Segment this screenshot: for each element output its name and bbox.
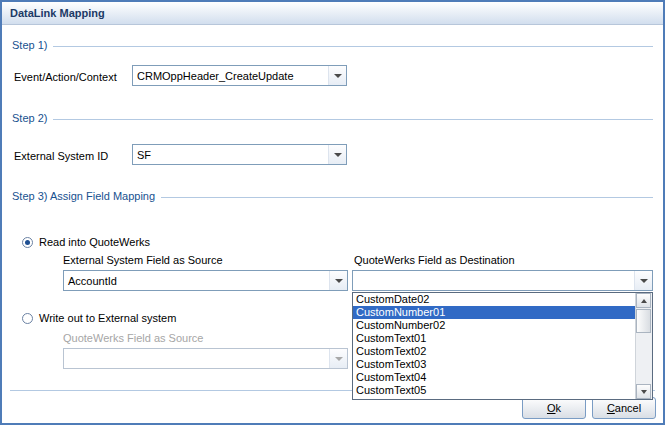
radio-label: Write out to External system — [39, 312, 176, 324]
read-into-quotewerks-radio[interactable]: Read into QuoteWerks — [22, 236, 150, 248]
scroll-down-button[interactable] — [636, 384, 651, 399]
cancel-label: ancel — [615, 402, 641, 414]
scroll-up-button[interactable] — [636, 293, 651, 308]
dropdown-option[interactable]: CustomNumber02 — [353, 319, 636, 332]
dropdown-option[interactable]: CustomDate02 — [353, 293, 636, 306]
chevron-down-icon[interactable] — [329, 271, 347, 290]
ok-accelerator: O — [547, 402, 556, 414]
ok-button[interactable]: Ok — [522, 397, 586, 419]
external-system-id-label: External System ID — [14, 150, 108, 162]
combo-value: CRMOppHeader_CreateUpdate — [133, 70, 328, 82]
datalink-mapping-dialog: DataLink Mapping Step 1) Event/Action/Co… — [0, 0, 665, 425]
step3-label: Step 3) Assign Field Mapping — [12, 190, 155, 202]
external-system-id-select[interactable]: SF — [132, 144, 347, 165]
step2-label: Step 2) — [12, 112, 47, 124]
dropdown-option[interactable]: CustomText03 — [353, 358, 636, 371]
up-arrow-icon — [641, 299, 647, 303]
write-source-label: QuoteWerks Field as Source — [63, 332, 203, 344]
separator-line — [53, 46, 653, 47]
radio-label: Read into QuoteWerks — [39, 236, 150, 248]
write-source-select — [63, 348, 348, 369]
event-action-context-label: Event/Action/Context — [14, 71, 117, 83]
dropdown-option[interactable]: CustomText02 — [353, 345, 636, 358]
ok-label: k — [556, 402, 562, 414]
radio-selected-icon — [22, 237, 33, 248]
external-source-select[interactable]: AccountId — [63, 270, 348, 291]
destination-dropdown-list: CustomDate02 CustomNumber01 CustomNumber… — [352, 292, 653, 400]
cancel-button[interactable]: Cancel — [592, 397, 656, 419]
combo-value: AccountId — [64, 275, 329, 287]
step3-header: Step 3) Assign Field Mapping — [12, 190, 653, 202]
scroll-thumb[interactable] — [636, 309, 651, 333]
down-arrow-icon — [641, 390, 647, 394]
dropdown-option-selected[interactable]: CustomNumber01 — [353, 306, 636, 319]
dropdown-option[interactable]: CustomText01 — [353, 332, 636, 345]
dropdown-option[interactable]: CustomText04 — [353, 371, 636, 384]
combo-value: SF — [133, 149, 328, 161]
external-source-field-label: External System Field as Source — [63, 254, 223, 266]
chevron-down-icon[interactable] — [328, 145, 346, 164]
chevron-down-icon[interactable] — [328, 66, 346, 85]
step1-header: Step 1) — [12, 39, 653, 51]
step2-header: Step 2) — [12, 112, 653, 124]
quotewerks-destination-label: QuoteWerks Field as Destination — [354, 254, 515, 266]
cancel-accelerator: C — [607, 402, 615, 414]
dialog-title: DataLink Mapping — [10, 7, 105, 19]
write-out-radio[interactable]: Write out to External system — [22, 312, 176, 324]
chevron-down-icon — [329, 349, 347, 368]
scrollbar[interactable] — [635, 293, 652, 399]
step1-label: Step 1) — [12, 39, 47, 51]
quotewerks-destination-select[interactable] — [352, 270, 653, 291]
separator-line — [53, 119, 653, 120]
radio-unselected-icon — [22, 313, 33, 324]
event-action-context-select[interactable]: CRMOppHeader_CreateUpdate — [132, 65, 347, 86]
separator-line — [161, 197, 653, 198]
chevron-down-icon[interactable] — [634, 271, 652, 290]
title-bar[interactable]: DataLink Mapping — [2, 2, 663, 25]
dropdown-option[interactable]: CustomText05 — [353, 384, 636, 397]
